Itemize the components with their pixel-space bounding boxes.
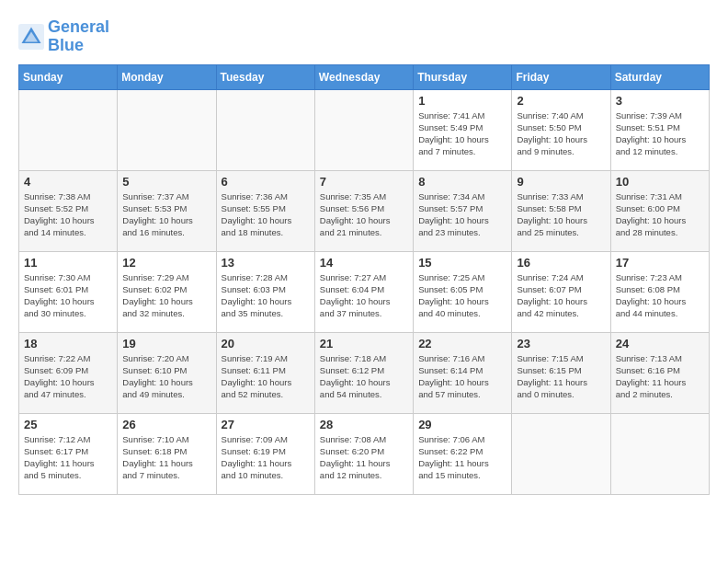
day-info: Sunrise: 7:29 AM Sunset: 6:02 PM Dayligh… (122, 271, 210, 320)
day-number: 24 (616, 337, 704, 350)
calendar-cell: 13Sunrise: 7:28 AM Sunset: 6:03 PM Dayli… (216, 251, 314, 332)
day-info: Sunrise: 7:33 AM Sunset: 5:58 PM Dayligh… (517, 190, 605, 239)
day-info: Sunrise: 7:28 AM Sunset: 6:03 PM Dayligh… (222, 271, 310, 320)
day-number: 25 (24, 418, 112, 431)
day-info: Sunrise: 7:15 AM Sunset: 6:15 PM Dayligh… (517, 352, 605, 401)
day-info: Sunrise: 7:39 AM Sunset: 5:51 PM Dayligh… (616, 109, 704, 158)
calendar-cell: 17Sunrise: 7:23 AM Sunset: 6:08 PM Dayli… (610, 251, 709, 332)
day-number: 11 (24, 256, 112, 270)
calendar-cell: 12Sunrise: 7:29 AM Sunset: 6:02 PM Dayli… (118, 251, 216, 332)
day-number: 17 (616, 256, 704, 270)
day-number: 16 (517, 256, 605, 270)
day-number: 3 (616, 94, 704, 108)
day-info: Sunrise: 7:09 AM Sunset: 6:19 PM Dayligh… (222, 433, 310, 482)
calendar-week-3: 11Sunrise: 7:30 AM Sunset: 6:01 PM Dayli… (19, 251, 710, 332)
day-number: 1 (418, 94, 506, 108)
day-info: Sunrise: 7:36 AM Sunset: 5:55 PM Dayligh… (222, 190, 310, 239)
day-info: Sunrise: 7:38 AM Sunset: 5:52 PM Dayligh… (24, 190, 112, 239)
day-info: Sunrise: 7:18 AM Sunset: 6:12 PM Dayligh… (320, 352, 408, 401)
day-info: Sunrise: 7:30 AM Sunset: 6:01 PM Dayligh… (24, 271, 112, 320)
calendar-cell: 3Sunrise: 7:39 AM Sunset: 5:51 PM Daylig… (610, 89, 709, 170)
day-info: Sunrise: 7:27 AM Sunset: 6:04 PM Dayligh… (320, 271, 408, 320)
day-number: 27 (222, 418, 310, 431)
calendar-cell: 1Sunrise: 7:41 AM Sunset: 5:49 PM Daylig… (414, 89, 512, 170)
logo-icon (18, 24, 44, 50)
day-number: 23 (517, 337, 605, 350)
day-number: 22 (418, 337, 506, 350)
day-number: 2 (517, 94, 605, 108)
calendar-cell: 4Sunrise: 7:38 AM Sunset: 5:52 PM Daylig… (19, 170, 118, 251)
calendar-cell: 18Sunrise: 7:22 AM Sunset: 6:09 PM Dayli… (19, 332, 118, 413)
calendar-cell: 19Sunrise: 7:20 AM Sunset: 6:10 PM Dayli… (118, 332, 216, 413)
col-header-wednesday: Wednesday (314, 64, 413, 89)
calendar-cell: 11Sunrise: 7:30 AM Sunset: 6:01 PM Dayli… (19, 251, 118, 332)
calendar-cell (610, 413, 709, 494)
day-info: Sunrise: 7:10 AM Sunset: 6:18 PM Dayligh… (122, 433, 210, 482)
day-info: Sunrise: 7:13 AM Sunset: 6:16 PM Dayligh… (616, 352, 704, 401)
day-info: Sunrise: 7:16 AM Sunset: 6:14 PM Dayligh… (418, 352, 506, 401)
calendar-cell: 2Sunrise: 7:40 AM Sunset: 5:50 PM Daylig… (512, 89, 610, 170)
day-info: Sunrise: 7:19 AM Sunset: 6:11 PM Dayligh… (222, 352, 310, 401)
day-number: 26 (122, 418, 210, 431)
day-info: Sunrise: 7:24 AM Sunset: 6:07 PM Dayligh… (517, 271, 605, 320)
day-info: Sunrise: 7:23 AM Sunset: 6:08 PM Dayligh… (616, 271, 704, 320)
day-number: 21 (320, 337, 408, 350)
calendar-cell: 6Sunrise: 7:36 AM Sunset: 5:55 PM Daylig… (216, 170, 314, 251)
day-info: Sunrise: 7:08 AM Sunset: 6:20 PM Dayligh… (320, 433, 408, 482)
calendar-cell: 25Sunrise: 7:12 AM Sunset: 6:17 PM Dayli… (19, 413, 118, 494)
day-number: 20 (222, 337, 310, 350)
day-info: Sunrise: 7:12 AM Sunset: 6:17 PM Dayligh… (24, 433, 112, 482)
calendar-cell: 9Sunrise: 7:33 AM Sunset: 5:58 PM Daylig… (512, 170, 610, 251)
calendar-cell: 15Sunrise: 7:25 AM Sunset: 6:05 PM Dayli… (414, 251, 512, 332)
calendar-cell: 23Sunrise: 7:15 AM Sunset: 6:15 PM Dayli… (512, 332, 610, 413)
col-header-sunday: Sunday (19, 64, 118, 89)
day-number: 28 (320, 418, 408, 431)
day-info: Sunrise: 7:20 AM Sunset: 6:10 PM Dayligh… (122, 352, 210, 401)
calendar-cell (19, 89, 118, 170)
calendar-cell: 14Sunrise: 7:27 AM Sunset: 6:04 PM Dayli… (314, 251, 413, 332)
day-number: 6 (222, 175, 310, 189)
day-number: 5 (122, 175, 210, 189)
calendar-cell: 20Sunrise: 7:19 AM Sunset: 6:11 PM Dayli… (216, 332, 314, 413)
calendar-cell: 26Sunrise: 7:10 AM Sunset: 6:18 PM Dayli… (118, 413, 216, 494)
calendar-table: SundayMondayTuesdayWednesdayThursdayFrid… (18, 64, 710, 495)
calendar-week-2: 4Sunrise: 7:38 AM Sunset: 5:52 PM Daylig… (19, 170, 710, 251)
day-number: 19 (122, 337, 210, 350)
day-number: 9 (517, 175, 605, 189)
calendar-cell: 28Sunrise: 7:08 AM Sunset: 6:20 PM Dayli… (314, 413, 413, 494)
calendar-week-4: 18Sunrise: 7:22 AM Sunset: 6:09 PM Dayli… (19, 332, 710, 413)
calendar-cell (216, 89, 314, 170)
day-number: 13 (222, 256, 310, 270)
logo-text: General Blue (48, 18, 109, 55)
calendar-cell: 8Sunrise: 7:34 AM Sunset: 5:57 PM Daylig… (414, 170, 512, 251)
logo: General Blue (18, 18, 109, 55)
day-number: 7 (320, 175, 408, 189)
calendar-cell: 16Sunrise: 7:24 AM Sunset: 6:07 PM Dayli… (512, 251, 610, 332)
calendar-cell (512, 413, 610, 494)
calendar-cell: 24Sunrise: 7:13 AM Sunset: 6:16 PM Dayli… (610, 332, 709, 413)
day-number: 29 (418, 418, 506, 431)
day-info: Sunrise: 7:37 AM Sunset: 5:53 PM Dayligh… (122, 190, 210, 239)
calendar-header-row: SundayMondayTuesdayWednesdayThursdayFrid… (19, 64, 710, 89)
calendar-cell: 22Sunrise: 7:16 AM Sunset: 6:14 PM Dayli… (414, 332, 512, 413)
day-number: 14 (320, 256, 408, 270)
day-number: 15 (418, 256, 506, 270)
day-number: 4 (24, 175, 112, 189)
day-number: 12 (122, 256, 210, 270)
calendar-cell (314, 89, 413, 170)
calendar-cell: 27Sunrise: 7:09 AM Sunset: 6:19 PM Dayli… (216, 413, 314, 494)
day-number: 8 (418, 175, 506, 189)
day-info: Sunrise: 7:06 AM Sunset: 6:22 PM Dayligh… (418, 433, 506, 482)
calendar-cell: 5Sunrise: 7:37 AM Sunset: 5:53 PM Daylig… (118, 170, 216, 251)
calendar-cell (118, 89, 216, 170)
day-info: Sunrise: 7:41 AM Sunset: 5:49 PM Dayligh… (418, 109, 506, 158)
calendar-cell: 10Sunrise: 7:31 AM Sunset: 6:00 PM Dayli… (610, 170, 709, 251)
day-info: Sunrise: 7:25 AM Sunset: 6:05 PM Dayligh… (418, 271, 506, 320)
col-header-thursday: Thursday (414, 64, 512, 89)
day-number: 10 (616, 175, 704, 189)
day-info: Sunrise: 7:31 AM Sunset: 6:00 PM Dayligh… (616, 190, 704, 239)
col-header-friday: Friday (512, 64, 610, 89)
calendar-cell: 21Sunrise: 7:18 AM Sunset: 6:12 PM Dayli… (314, 332, 413, 413)
day-number: 18 (24, 337, 112, 350)
calendar-week-5: 25Sunrise: 7:12 AM Sunset: 6:17 PM Dayli… (19, 413, 710, 494)
